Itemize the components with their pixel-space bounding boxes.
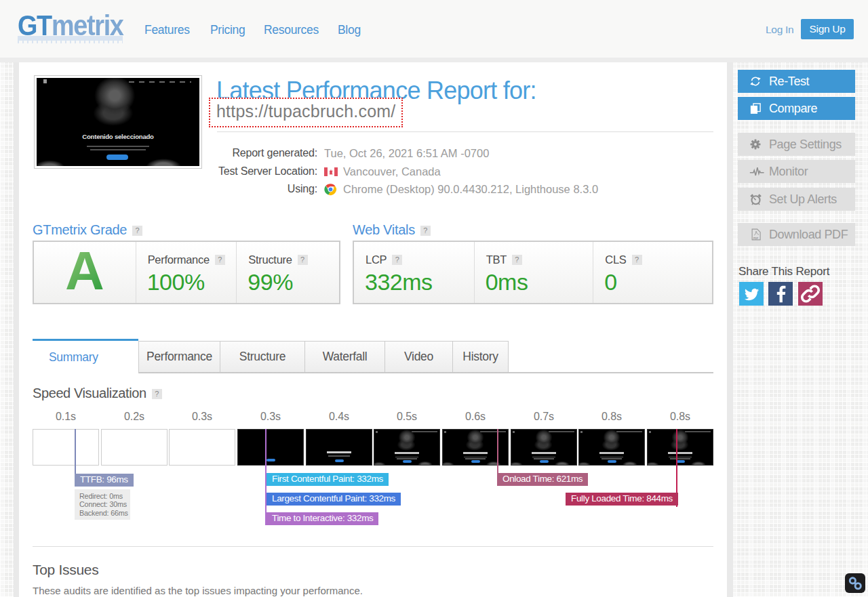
svg-text:PDF: PDF xyxy=(753,236,759,240)
